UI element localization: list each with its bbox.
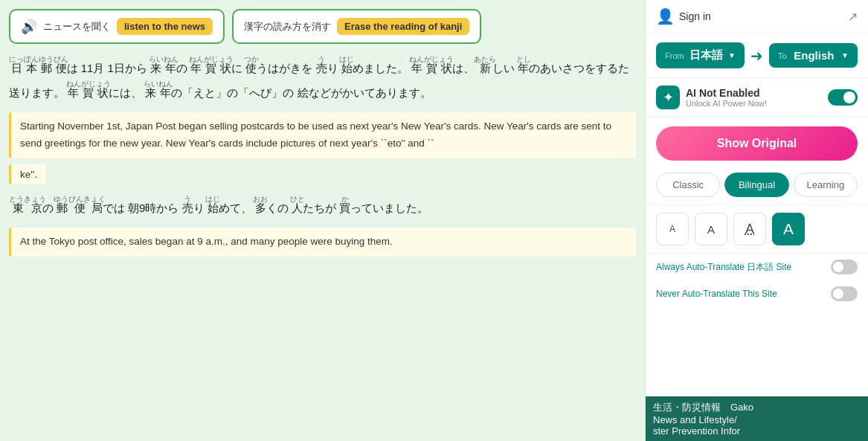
bottom-line-3: ster Prevention Infor	[653, 425, 861, 437]
to-label: To	[778, 51, 787, 60]
from-language-selector[interactable]: From 日本語 ▼	[656, 42, 745, 68]
ruby-19: 始はじ	[208, 202, 219, 214]
account-icon: 👤	[656, 7, 675, 25]
jp-paragraph-2: 東京とうきょうの 郵便局ゆうびんきょくでは 朝9時から 売うり 始はじめて、 多…	[9, 195, 636, 222]
auto-translate-toggle-2[interactable]	[831, 286, 858, 301]
listen-jp-label: ニュースを聞く	[43, 20, 111, 33]
font-size-small-btn[interactable]: A	[656, 213, 689, 245]
show-original-button[interactable]: Show Original	[656, 126, 858, 161]
sign-in-label: Sign in	[679, 10, 711, 22]
to-dropdown-icon: ▼	[841, 51, 849, 59]
ruby-6: 使つか	[245, 62, 257, 74]
auto-translate-label-1: Always Auto-Translate 日本語 Site	[656, 261, 791, 274]
main-content: 🔊 ニュースを聞く listen to the news 漢字の読み方を消す E…	[0, 0, 645, 441]
sign-in-button[interactable]: 👤 Sign in	[656, 7, 711, 25]
share-icon[interactable]: ↗	[848, 10, 858, 24]
tab-learning[interactable]: Learning	[794, 173, 858, 197]
ai-icon: ✦	[656, 86, 680, 109]
ke-text: ke''.	[20, 169, 37, 180]
ruby-13: 来年らいねん	[145, 86, 171, 99]
auto-translate-row-1[interactable]: Always Auto-Translate 日本語 Site	[646, 254, 868, 280]
sidebar-header: 👤 Sign in ↗	[646, 0, 868, 33]
translation-block-1: Starting November 1st, Japan Post began …	[9, 112, 636, 158]
ruby-17: 朝	[128, 202, 139, 214]
tab-bilingual[interactable]: Bilingual	[724, 173, 788, 197]
translation-text-2: At the Tokyo post office, sales began at…	[20, 236, 393, 247]
ai-row: ✦ AI Not Enabled Unlock AI Power Now!	[646, 78, 868, 118]
from-lang-value: 日本語	[689, 48, 723, 62]
lang-arrow-icon: ➜	[750, 47, 763, 65]
ruby-14: 絵	[298, 86, 309, 99]
ruby-2: 11月	[81, 62, 105, 74]
ruby-10: 新あたら	[478, 62, 492, 74]
tab-classic[interactable]: Classic	[656, 173, 720, 197]
font-size-medium-btn[interactable]: A	[695, 213, 727, 245]
ai-text-block: AI Not Enabled Unlock AI Power Now!	[686, 87, 822, 108]
listen-en-label: listen to the news	[117, 18, 213, 35]
auto-translate-row-2[interactable]: Never Auto-Translate This Site	[646, 280, 868, 307]
translation-block-2: At the Tokyo post office, sales began at…	[9, 228, 636, 257]
font-size-large-btn[interactable]: A	[733, 213, 766, 245]
ruby-4: 来年らいねん	[150, 62, 176, 74]
ruby-15: 東京とうきょう	[9, 202, 42, 214]
lang-row: From 日本語 ▼ ➜ To English ▼	[646, 33, 868, 78]
to-lang-value: English	[794, 49, 834, 62]
bottom-line-1: 生活・防災情報 Gako	[653, 401, 861, 414]
toolbar: 🔊 ニュースを聞く listen to the news 漢字の読み方を消す E…	[9, 9, 636, 44]
auto-translate-label-2: Never Auto-Translate This Site	[656, 289, 777, 299]
bottom-strip: 生活・防災情報 Gako News and Lifestyle/ ster Pr…	[646, 396, 868, 441]
ke-block: ke''.	[9, 164, 46, 184]
ruby-20: 多おお	[255, 202, 266, 214]
speaker-icon: 🔊	[21, 19, 37, 35]
erase-jp-label: 漢字の読み方を消す	[244, 20, 331, 33]
erase-en-label: Erase the reading of kanji	[337, 18, 469, 35]
auto-translate-toggle-1[interactable]	[831, 260, 858, 274]
mode-tabs: Classic Bilingual Learning	[646, 170, 868, 205]
ruby-11: 年とし	[518, 62, 529, 74]
ai-title: AI Not Enabled	[686, 87, 822, 99]
ai-star-icon: ✦	[663, 89, 674, 106]
listen-card[interactable]: 🔊 ニュースを聞く listen to the news	[9, 9, 225, 44]
erase-card[interactable]: 漢字の読み方を消す Erase the reading of kanji	[232, 9, 481, 44]
sidebar: 👤 Sign in ↗ From 日本語 ▼ ➜ To English ▼ ✦ …	[645, 0, 868, 441]
to-language-selector[interactable]: To English ▼	[769, 43, 858, 68]
ruby-16: 郵便局ゆうびんきょく	[57, 202, 103, 214]
ruby-7: 売う	[316, 62, 327, 74]
from-label: From	[665, 51, 684, 60]
ruby-5: 年賀状ねんがじょう	[190, 62, 231, 74]
ruby-1: 日本郵便にっぽんゆうびん	[9, 62, 67, 74]
ai-subtitle: Unlock AI Power Now!	[686, 99, 822, 108]
translation-text-1: Starting November 1st, Japan Post began …	[20, 120, 611, 149]
font-size-xlarge-btn[interactable]: A	[772, 213, 805, 245]
from-dropdown-icon: ▼	[728, 51, 736, 59]
ruby-8: 始はじ	[341, 62, 353, 74]
jp-paragraph-1: 日本郵便にっぽんゆうびん は 11月 1日 から 来年らいねん の 年賀状ねんが…	[9, 56, 636, 105]
font-size-row: A A A A	[646, 205, 868, 254]
ruby-3: 1日	[108, 62, 125, 74]
ruby-18: 売う	[182, 202, 193, 214]
ai-toggle[interactable]	[828, 89, 858, 106]
bottom-line-2: News and Lifestyle/	[653, 414, 861, 425]
ruby-22: 買か	[339, 202, 350, 214]
ruby-9: 年賀状ねんがじょう	[411, 62, 452, 74]
ruby-21: 人ひと	[292, 202, 303, 214]
ruby-12: 年賀状ねんがじょう	[68, 86, 109, 99]
